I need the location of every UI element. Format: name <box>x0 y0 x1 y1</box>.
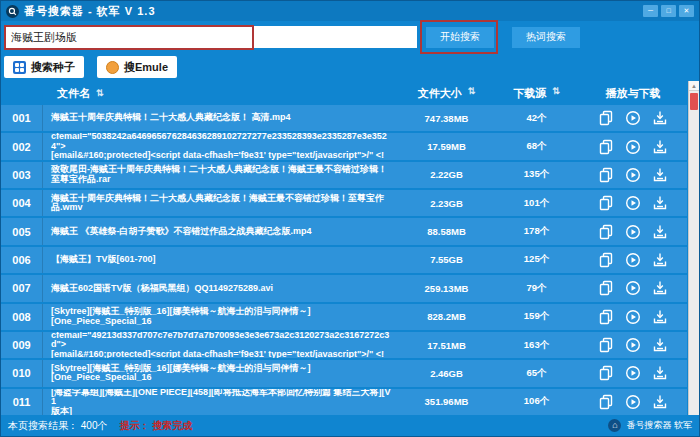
row-sources: 79个 <box>494 275 579 301</box>
row-sources: 178个 <box>494 218 579 244</box>
download-icon[interactable] <box>652 167 668 183</box>
header-sources: 下载源 <box>513 86 546 101</box>
title-bar: 番号搜索器 - 软军 V 1.3 ─ □ ✕ <box>1 1 699 21</box>
copy-link-icon[interactable] <box>598 394 614 410</box>
results-table: 文件名 ⇅ 文件大小 ⇅ 下载源 ⇅ 播放与下载 001 海贼王十周年庆典特辑！… <box>1 81 699 415</box>
window-title: 番号搜索器 - 软军 V 1.3 <box>24 4 156 19</box>
download-icon[interactable] <box>652 252 668 268</box>
home-badge-icon: ⌂ <box>608 419 621 432</box>
tab-search-emule[interactable]: 搜Emule <box>97 56 177 78</box>
row-actions <box>579 304 687 330</box>
download-icon[interactable] <box>652 394 668 410</box>
download-icon[interactable] <box>652 195 668 211</box>
table-row[interactable]: 001 海贼王十周年庆典特辑！二十大感人典藏纪念版！ 高清.mp4 747.38… <box>1 105 687 131</box>
tab-search-torrent[interactable]: 搜索种子 <box>4 56 84 78</box>
row-actions <box>579 218 687 244</box>
copy-link-icon[interactable] <box>598 337 614 353</box>
download-icon[interactable] <box>652 224 668 240</box>
download-icon[interactable] <box>652 110 668 126</box>
vertical-scrollbar[interactable]: ▲ <box>688 81 699 415</box>
play-icon[interactable] <box>625 139 641 155</box>
row-index: 007 <box>1 275 43 301</box>
row-filename: <span class="__cf_email__" data- cfemail… <box>43 133 399 159</box>
header-filesize: 文件大小 <box>418 86 462 101</box>
app-logo-magnifier-icon <box>6 5 19 18</box>
play-icon[interactable] <box>625 110 641 126</box>
copy-link-icon[interactable] <box>598 224 614 240</box>
search-input[interactable] <box>5 26 417 48</box>
results-count-text: 本页搜索结果： 400个 <box>8 419 107 433</box>
table-row[interactable]: 006 【海贼王】TV版[601-700] 7.55GB 125个 <box>1 247 687 273</box>
row-filename: [海盗字幕组][海贼王][ONE PIECE][458][即将抵达海军本部回忆特… <box>43 389 399 415</box>
download-icon[interactable] <box>652 139 668 155</box>
download-icon[interactable] <box>652 280 668 296</box>
row-actions <box>579 247 687 273</box>
row-filesize: 828.2MB <box>399 304 494 330</box>
minimize-button[interactable]: ─ <box>643 5 658 17</box>
brand-badge: ⌂ 番号搜索器 软军 <box>608 419 692 432</box>
header-actions: 播放与下载 <box>579 86 687 101</box>
row-filename: [Skytree][海贼王_特别版_16][娜美特辑～航海士的泪与同伴情～] [… <box>43 304 399 330</box>
copy-link-icon[interactable] <box>598 280 614 296</box>
play-icon[interactable] <box>625 224 641 240</box>
row-index: 003 <box>1 162 43 188</box>
play-icon[interactable] <box>625 195 641 211</box>
copy-link-icon[interactable] <box>598 252 614 268</box>
row-actions <box>579 133 687 159</box>
row-actions <box>579 105 687 131</box>
row-actions <box>579 332 687 358</box>
scroll-up-arrow-icon[interactable]: ▲ <box>689 81 699 91</box>
sort-sources-icon[interactable]: ⇅ <box>552 86 560 101</box>
tab-emule-label: 搜Emule <box>124 60 168 75</box>
row-filesize: 351.96MB <box>399 389 494 415</box>
table-row[interactable]: 003 致敬尾田-海贼王十周年庆典特辑！二十大感人典藏纪念版！海贼王最不容错过珍… <box>1 162 687 188</box>
table-row[interactable]: 005 海贼王 《英雄祭-白胡子赞歌》不容错过作品之战典藏纪念版.mp4 88.… <box>1 218 687 244</box>
row-sources: 163个 <box>494 332 579 358</box>
play-icon[interactable] <box>625 309 641 325</box>
copy-link-icon[interactable] <box>598 110 614 126</box>
copy-link-icon[interactable] <box>598 195 614 211</box>
close-button[interactable]: ✕ <box>679 5 694 17</box>
tab-torrent-label: 搜索种子 <box>31 60 75 75</box>
table-row[interactable]: 007 海贼王602国语TV版（杨福民黑组）QQ1149275289.avi 2… <box>1 275 687 301</box>
row-filename: 海贼王十周年庆典特辑！二十大感人典藏纪念版！海贼王最不容错过珍辑！至尊宝作 品.… <box>43 190 399 216</box>
table-row[interactable]: 008 [Skytree][海贼王_特别版_16][娜美特辑～航海士的泪与同伴情… <box>1 304 687 330</box>
row-actions <box>579 389 687 415</box>
scrollbar-thumb[interactable] <box>690 93 698 110</box>
row-index: 001 <box>1 105 43 131</box>
play-icon[interactable] <box>625 280 641 296</box>
maximize-button[interactable]: □ <box>661 5 676 17</box>
window-controls: ─ □ ✕ <box>643 5 694 17</box>
table-row[interactable]: 011 [海盗字幕组][海贼王][ONE PIECE][458][即将抵达海军本… <box>1 389 687 415</box>
row-actions <box>579 162 687 188</box>
download-icon[interactable] <box>652 337 668 353</box>
status-tip-text: 提示： 搜索完成 <box>119 419 192 433</box>
row-filename: 海贼王十周年庆典特辑！二十大感人典藏纪念版！ 高清.mp4 <box>43 105 399 131</box>
row-filename: 海贼王602国语TV版（杨福民黑组）QQ1149275289.avi <box>43 275 399 301</box>
row-index: 009 <box>1 332 43 358</box>
table-row[interactable]: 004 海贼王十周年庆典特辑！二十大感人典藏纪念版！海贼王最不容错过珍辑！至尊宝… <box>1 190 687 216</box>
play-icon[interactable] <box>625 394 641 410</box>
download-icon[interactable] <box>652 309 668 325</box>
play-icon[interactable] <box>625 167 641 183</box>
start-search-button[interactable]: 开始搜索 <box>426 27 494 48</box>
row-sources: 65个 <box>494 360 579 386</box>
play-icon[interactable] <box>625 252 641 268</box>
download-icon[interactable] <box>652 365 668 381</box>
search-bar: 开始搜索 热词搜索 <box>1 21 699 53</box>
copy-link-icon[interactable] <box>598 167 614 183</box>
play-icon[interactable] <box>625 365 641 381</box>
sort-filename-icon[interactable]: ⇅ <box>96 88 104 98</box>
row-filesize: 259.13MB <box>399 275 494 301</box>
table-row[interactable]: 010 [Skytree][海贼王_特别版_16][娜美特辑～航海士的泪与同伴情… <box>1 360 687 386</box>
table-row[interactable]: 002 <span class="__cf_email__" data- cfe… <box>1 133 687 159</box>
row-filename: 海贼王 《英雄祭-白胡子赞歌》不容错过作品之战典藏纪念版.mp4 <box>43 218 399 244</box>
copy-link-icon[interactable] <box>598 365 614 381</box>
play-icon[interactable] <box>625 337 641 353</box>
row-actions <box>579 190 687 216</box>
copy-link-icon[interactable] <box>598 309 614 325</box>
copy-link-icon[interactable] <box>598 139 614 155</box>
table-row[interactable]: 009 <span class="__cf_email__" data- cfe… <box>1 332 687 358</box>
hot-words-button[interactable]: 热词搜索 <box>512 27 580 48</box>
sort-filesize-icon[interactable]: ⇅ <box>468 86 476 101</box>
